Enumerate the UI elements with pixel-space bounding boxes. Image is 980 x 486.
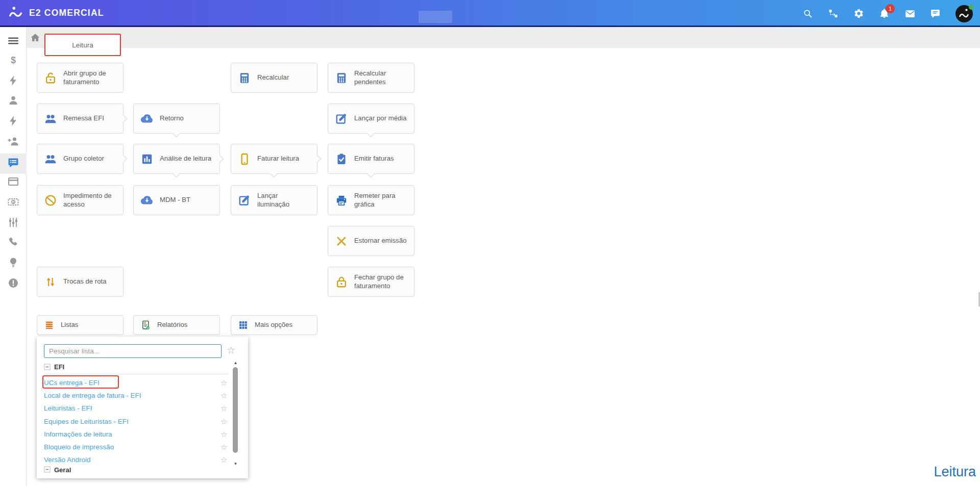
- settings-gear-icon[interactable]: [853, 8, 864, 19]
- tile-fechar-grupo-de-faturamento[interactable]: Fechar grupo de faturamento: [328, 267, 414, 297]
- favorite-star-icon[interactable]: ☆: [220, 389, 227, 402]
- scroll-down-icon[interactable]: ▼: [233, 462, 238, 466]
- tile-recalcular[interactable]: Recalcular: [231, 63, 317, 93]
- edit-square-icon: [238, 194, 251, 207]
- list-item-link[interactable]: UCs entrega - EFI: [44, 379, 100, 387]
- notification-badge: 1: [886, 4, 895, 13]
- sidebar-item-person[interactable]: [0, 92, 27, 111]
- tile-remessa-efi[interactable]: Remessa EFI: [37, 104, 124, 134]
- connector-arrow-right: [216, 155, 224, 163]
- tile-impedimento-de-acesso[interactable]: Impedimento de acesso: [37, 185, 124, 215]
- favorite-star-icon[interactable]: ☆: [220, 453, 227, 466]
- scroll-up-icon[interactable]: ▲: [233, 361, 238, 365]
- sidebar-item-dollar[interactable]: $: [0, 52, 27, 70]
- search-icon[interactable]: [802, 8, 813, 19]
- list-lines-icon: [44, 320, 55, 330]
- tile-label: MDM - BT: [160, 196, 190, 204]
- tile-retorno[interactable]: Retorno: [133, 104, 220, 134]
- credit-card-icon: [7, 175, 19, 190]
- lightbulb-icon: [7, 257, 19, 271]
- tile-recalcular-pendentes[interactable]: Recalcular pendentes: [328, 63, 414, 93]
- notifications-bell-icon[interactable]: 1: [879, 8, 890, 19]
- tab-label: Leitura: [72, 41, 93, 49]
- edit-square-icon: [335, 112, 348, 125]
- app-header: E2 COMERCIAL 1: [0, 0, 980, 27]
- printer-icon: [335, 194, 348, 207]
- lock-closed-icon: [335, 275, 348, 289]
- tile-abrir-grupo-de-faturamento[interactable]: Abrir grupo de faturamento: [37, 63, 124, 93]
- people-icon: [44, 112, 57, 125]
- tile-label: Análise de leitura: [160, 155, 211, 163]
- tile-estornar-emiss-o[interactable]: Estornar emissão: [328, 226, 414, 256]
- tile-label: Relatórios: [157, 321, 187, 329]
- tile-label: Trocas de rota: [63, 277, 107, 286]
- lock-open-icon: [44, 71, 57, 85]
- tile-label: Listas: [61, 321, 78, 329]
- list-group-next-partial: Geral: [44, 466, 71, 473]
- sidebar-menu-toggle[interactable]: [0, 33, 27, 51]
- sidebar-item-bolt[interactable]: [0, 113, 27, 131]
- listas-dropdown-panel: ☆ EFI UCs entrega - EFILocal de entrega …: [37, 337, 248, 478]
- favorite-star-icon[interactable]: ☆: [227, 345, 235, 355]
- favorite-star-icon[interactable]: ☆: [220, 428, 227, 441]
- list-item-link[interactable]: Versão Android: [44, 456, 91, 464]
- calculator-icon: [238, 71, 251, 85]
- user-avatar[interactable]: [955, 5, 973, 22]
- favorite-star-icon[interactable]: ☆: [220, 415, 227, 428]
- sidebar-item-sliders[interactable]: [0, 214, 27, 233]
- tile-lan-ar-por-m-dia[interactable]: Lançar por média: [328, 104, 414, 134]
- tile-mais-op-es[interactable]: Mais opções: [231, 315, 317, 335]
- sidebar-item-person-add[interactable]: [0, 133, 27, 151]
- tile-lan-ar-ilumina-o[interactable]: Lançar iluminação: [231, 185, 317, 215]
- sidebar-item-chat-list[interactable]: [0, 154, 27, 174]
- list-item-link[interactable]: Bloqueio de impressão: [44, 443, 114, 451]
- e2-logo-icon: [8, 5, 24, 20]
- tile-label: Estornar emissão: [354, 237, 407, 245]
- swap-vertical-icon: [44, 275, 57, 289]
- sidebar-item-banknote[interactable]: 1: [0, 194, 27, 212]
- tile-label: Abrir grupo de faturamento: [63, 69, 118, 86]
- tile-faturar-leitura[interactable]: Faturar leitura: [231, 144, 317, 174]
- sidebar-item-lightbulb[interactable]: [0, 254, 27, 273]
- list-item-link[interactable]: Informações de leitura: [44, 430, 112, 438]
- list-item-link[interactable]: Equipes de Leituristas - EFI: [44, 418, 129, 425]
- no-entry-icon: [44, 194, 57, 207]
- tab-leitura[interactable]: Leitura: [44, 34, 121, 56]
- tile-remeter-para-gr-fica[interactable]: Remeter para gráfica: [328, 185, 414, 215]
- home-icon[interactable]: [30, 32, 41, 43]
- scrollbar-thumb[interactable]: [233, 367, 238, 453]
- connector-arrow-right: [119, 114, 128, 122]
- tile-emitir-faturas[interactable]: Emitir faturas: [328, 144, 414, 174]
- connector-arrow-down: [367, 170, 375, 178]
- person-add-icon: [7, 135, 19, 149]
- list-item-link[interactable]: Leituristas - EFI: [44, 404, 92, 412]
- online-status-dot: [969, 5, 974, 10]
- workflow-icon[interactable]: [828, 8, 839, 19]
- tile-mdm-bt[interactable]: MDM - BT: [133, 185, 220, 215]
- sidebar-item-bolt[interactable]: [0, 72, 27, 91]
- list-group-efi[interactable]: EFI: [44, 363, 64, 371]
- sidebar-item-alert-circle[interactable]: [0, 275, 27, 293]
- favorite-star-icon[interactable]: ☆: [220, 376, 227, 389]
- list-item: Bloqueio de impressão: [44, 441, 220, 453]
- tile-relat-rios[interactable]: Relatórios: [133, 315, 220, 335]
- connector-arrow-right: [119, 155, 128, 163]
- tile-label: Recalcular pendentes: [354, 69, 409, 86]
- chat-icon[interactable]: [930, 8, 941, 19]
- sidebar-item-credit-card[interactable]: [0, 173, 27, 192]
- mail-icon[interactable]: [904, 8, 915, 19]
- brand-name: E2 COMERCIAL: [29, 8, 104, 18]
- tile-an-lise-de-leitura[interactable]: Análise de leitura: [133, 144, 220, 174]
- sidebar-item-phone[interactable]: [0, 234, 27, 252]
- list-item-link[interactable]: Local de entrega de fatura - EFI: [44, 392, 141, 399]
- search-list-input[interactable]: [44, 344, 222, 358]
- favorite-star-icon[interactable]: ☆: [220, 441, 227, 453]
- page-footer-label: Leitura: [934, 464, 976, 480]
- tile-trocas-de-rota[interactable]: Trocas de rota: [37, 267, 124, 297]
- tile-listas[interactable]: Listas: [37, 315, 124, 335]
- banknote-icon: 1: [7, 196, 19, 210]
- collapse-checkbox-icon[interactable]: [44, 364, 51, 370]
- favorite-star-icon[interactable]: ☆: [220, 402, 227, 415]
- tile-label: Grupo coletor: [63, 155, 104, 163]
- tile-grupo-coletor[interactable]: Grupo coletor: [37, 144, 124, 174]
